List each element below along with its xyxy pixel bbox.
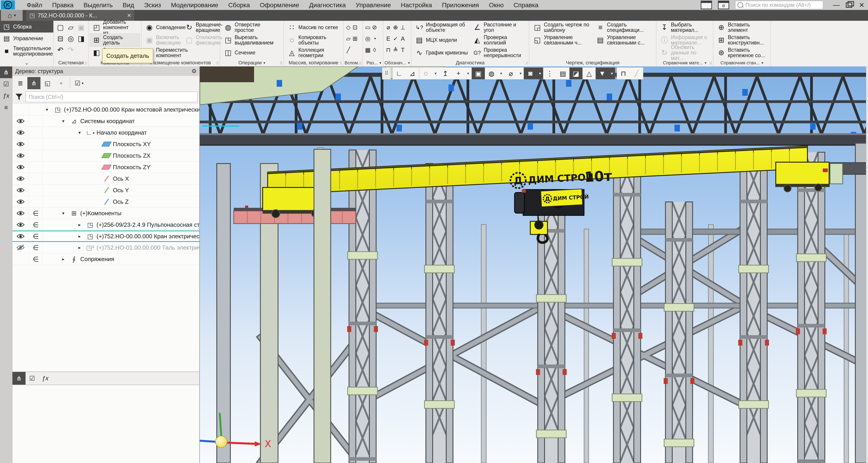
eye-icon[interactable] — [12, 127, 29, 138]
eye-icon[interactable] — [12, 138, 29, 150]
bottom-tab-tree[interactable]: ⋔ — [12, 372, 26, 385]
raz-wrap-icon[interactable]: ◎ — [365, 35, 370, 42]
group-caret-icon[interactable]: ▾ — [762, 61, 763, 65]
tree-row-7[interactable]: Ось X — [12, 173, 199, 185]
menu-item-9[interactable]: Диагностика — [304, 0, 350, 10]
fix-off-button[interactable]: ▢Отключить фиксацию — [183, 34, 219, 46]
collision-check-button[interactable]: ◭Проверка коллизий — [471, 34, 523, 46]
create-part-button[interactable]: ⊞ Создать деталь — [90, 34, 140, 46]
array-grid-button[interactable]: ∷Массив по сетке — [285, 21, 342, 34]
minimize-button[interactable]: — — [830, 0, 843, 10]
notation-diameter-icon[interactable]: ⌀ — [386, 24, 390, 31]
hide-caret-icon[interactable]: ▾ — [518, 68, 524, 79]
eye-icon[interactable] — [12, 219, 29, 230]
eye-icon[interactable] — [12, 196, 29, 207]
mode-management-tab[interactable]: ▤ Управление — [0, 33, 53, 44]
save-as-icon[interactable]: ◨ — [78, 34, 85, 43]
raz-surface-icon[interactable]: ▭ — [365, 24, 371, 31]
expand-arrow-icon[interactable]: ▾ — [43, 107, 51, 112]
raz-patch-icon[interactable]: ◔ — [373, 35, 376, 42]
raz-frame-icon[interactable]: ▦ — [365, 46, 371, 54]
eye-icon[interactable] — [12, 231, 29, 241]
menu-item-10[interactable]: Управление — [351, 0, 396, 10]
toolbar-grip-icon[interactable]: ⠿ — [382, 67, 391, 79]
connector-button[interactable]: ⋮ — [543, 68, 556, 79]
aux-plane-icon[interactable]: ◇ — [346, 24, 350, 31]
print-icon[interactable]: ⊟ — [57, 34, 64, 43]
menu-item-8[interactable]: Оформление — [255, 0, 304, 10]
group-caret-icon[interactable]: ▾ — [379, 61, 381, 65]
menu-item-11[interactable]: Настройка — [396, 0, 437, 10]
tree-row-1[interactable]: ▾◳(+)752.НО-00.00.000 Кран мостовой элек… — [12, 104, 199, 115]
extrude-button[interactable]: ↥ — [439, 68, 452, 79]
tree-row-9[interactable]: Ось Z — [12, 196, 199, 207]
eye-icon[interactable] — [12, 150, 29, 161]
tree-row-6[interactable]: Плоскость ZY — [12, 162, 199, 173]
tree-numbered-view-button[interactable]: ≣ — [14, 77, 27, 89]
tree-row-5[interactable]: Плоскость ZX — [12, 150, 199, 162]
tree-filter-funnel-icon[interactable] — [12, 92, 26, 102]
menu-item-7[interactable]: Сборка — [223, 0, 255, 10]
crane-app-button[interactable]: ⊓ — [617, 68, 630, 79]
eye-icon[interactable] — [12, 173, 29, 184]
notation-note-icon[interactable]: E — [386, 35, 390, 42]
group-caret-icon[interactable]: ▾ — [408, 61, 410, 65]
menu-item-1[interactable]: Файл — [22, 0, 47, 10]
group-grip-icon[interactable]: ⠿ — [709, 61, 712, 66]
tree-row-14[interactable]: ∈▸∮Сопряжения — [12, 254, 199, 265]
insert-fastener-button[interactable]: ⊛Вставить крепежное со... — [715, 46, 769, 59]
distance-angle-button[interactable]: ∠Расстояние и угол — [471, 21, 523, 34]
eye-icon[interactable] — [12, 162, 29, 173]
coincide-button[interactable]: ◉Совпадение — [143, 21, 183, 34]
tree-row-8[interactable]: Ось Y — [12, 185, 199, 196]
display-mode-caret-icon[interactable]: ▾ — [498, 68, 504, 79]
raz-fill-icon[interactable]: ⊘ — [372, 24, 377, 31]
group-caret-icon[interactable]: ▾ — [264, 61, 265, 65]
eye-icon[interactable] — [12, 185, 29, 196]
tree-row-12[interactable]: ∈▸◳(+)752.НО-00.00.000 Кран электрически… — [12, 231, 199, 242]
isometric-view-button[interactable]: ▣ — [472, 68, 485, 79]
restore-button[interactable] — [843, 0, 855, 10]
panel-menu-icon[interactable]: ≡ — [0, 102, 12, 113]
sketch-setup-button[interactable]: ⊿ — [406, 68, 419, 79]
rotate-rotate-button[interactable]: ↻Вращение-вращение — [183, 21, 219, 34]
tree-filter-list-button[interactable]: ☑▾ — [72, 77, 86, 89]
tree-copies-button[interactable]: ◱ — [41, 77, 54, 89]
tree-row-10[interactable]: ∈▾⊞(+)Компоненты — [12, 207, 199, 219]
section-caret-icon[interactable]: ▾ — [537, 68, 543, 79]
tree-selection-button[interactable]: ▫ — [55, 77, 68, 89]
window-settings-icon[interactable]: ⚙ — [718, 1, 729, 9]
collapse-ribbon-chevron[interactable]: ⌄ — [0, 58, 53, 66]
preview-icon[interactable]: ◎ — [68, 34, 74, 43]
group-caret-icon[interactable]: ▾ — [705, 61, 706, 65]
show-panels-icon[interactable] — [701, 1, 712, 9]
close-button[interactable]: × — [855, 0, 868, 10]
hide-objects-button[interactable]: ⌀ — [504, 68, 518, 79]
menu-item-13[interactable]: Окно — [484, 0, 508, 10]
expand-arrow-icon[interactable]: ▾ — [59, 118, 68, 124]
tree-row-3[interactable]: ▾∟●Начало координат — [12, 127, 199, 138]
group-grip-icon[interactable]: ⠿ — [359, 61, 362, 66]
filter-caret-icon[interactable]: ▾ — [609, 68, 615, 79]
placement-caret-icon[interactable]: ▾ — [465, 68, 471, 79]
notation-text-icon[interactable]: T — [401, 46, 405, 54]
notation-hole-axis-icon[interactable]: ⊕ — [393, 24, 398, 31]
placement-button[interactable]: + — [452, 68, 465, 79]
manage-linked-specs-button[interactable]: ▤Управление связанными с... — [594, 34, 655, 46]
menu-item-2[interactable]: Правка — [47, 0, 79, 10]
home-button[interactable]: ⌂ ▾ — [1, 10, 23, 21]
group-grip-icon[interactable]: ⠿ — [85, 61, 87, 66]
tree-structure-view-button[interactable]: ⋔ — [27, 77, 40, 89]
raz-knife-icon[interactable]: ◊ — [373, 46, 376, 54]
collapse-arrow-icon[interactable]: ▸ — [75, 222, 84, 227]
menu-item-6[interactable]: Моделирование — [166, 0, 223, 10]
front-column[interactable] — [314, 149, 331, 463]
cut-view-button[interactable]: ◪ — [569, 68, 583, 79]
select-material-button[interactable]: ↧Выбрать материал... — [658, 21, 712, 34]
mode-solid-tab[interactable]: ■ Твердотельное моделирование — [0, 44, 53, 58]
command-search-input[interactable] — [735, 1, 823, 9]
filter-button[interactable]: ▼ — [596, 68, 609, 79]
eye-off-icon[interactable] — [12, 242, 29, 253]
new-document-icon[interactable]: ▢ — [57, 23, 64, 32]
save-icon[interactable]: ▣ — [78, 23, 85, 32]
